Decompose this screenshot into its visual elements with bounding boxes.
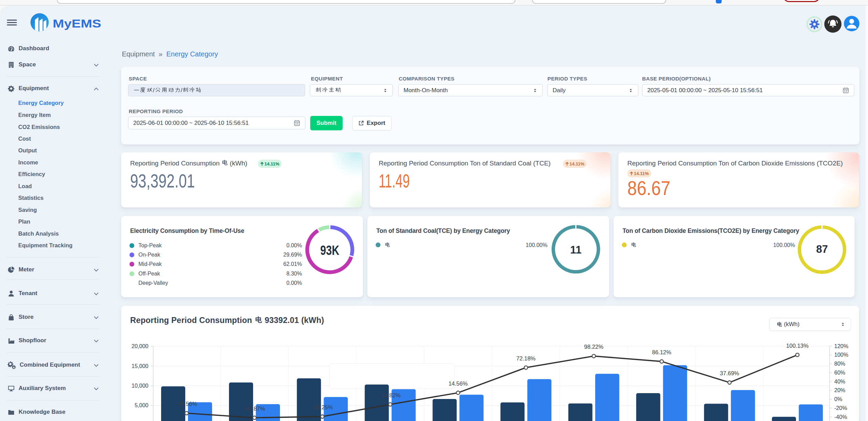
svg-text:MyEMS: MyEMS <box>53 17 101 30</box>
svg-text:5,000: 5,000 <box>135 402 148 408</box>
svg-text:40%: 40% <box>834 379 845 385</box>
svg-text:20,000: 20,000 <box>132 343 148 349</box>
svg-text:98.22%: 98.22% <box>584 344 604 350</box>
svg-text:72.18%: 72.18% <box>516 355 536 361</box>
svg-text:80%: 80% <box>834 361 845 367</box>
svg-text:20%: 20% <box>834 387 845 393</box>
svg-text:93,392.01: 93,392.01 <box>130 172 195 190</box>
svg-text:11.49: 11.49 <box>379 172 410 190</box>
svg-text:11: 11 <box>570 244 582 256</box>
svg-text:10,000: 10,000 <box>132 383 148 389</box>
svg-text:-39.25%: -39.25% <box>312 404 333 410</box>
svg-text:87: 87 <box>816 243 828 255</box>
svg-text:37.69%: 37.69% <box>720 370 739 376</box>
svg-text:-20%: -20% <box>834 405 847 411</box>
svg-text:-40%: -40% <box>834 414 847 420</box>
svg-text:0%: 0% <box>834 396 842 402</box>
svg-text:14.56%: 14.56% <box>448 380 468 387</box>
svg-text:86.12%: 86.12% <box>652 349 671 355</box>
svg-text:60%: 60% <box>834 370 845 376</box>
svg-text:120%: 120% <box>834 343 848 349</box>
svg-text:15,000: 15,000 <box>132 363 148 369</box>
svg-text:-11.82%: -11.82% <box>380 392 401 398</box>
svg-text:-31.56%: -31.56% <box>176 401 197 407</box>
svg-text:-41.87%: -41.87% <box>244 406 265 412</box>
svg-text:100.13%: 100.13% <box>786 343 808 349</box>
svg-text:86.67: 86.67 <box>627 180 670 197</box>
svg-text:100%: 100% <box>834 352 848 358</box>
svg-text:93K: 93K <box>320 243 339 258</box>
